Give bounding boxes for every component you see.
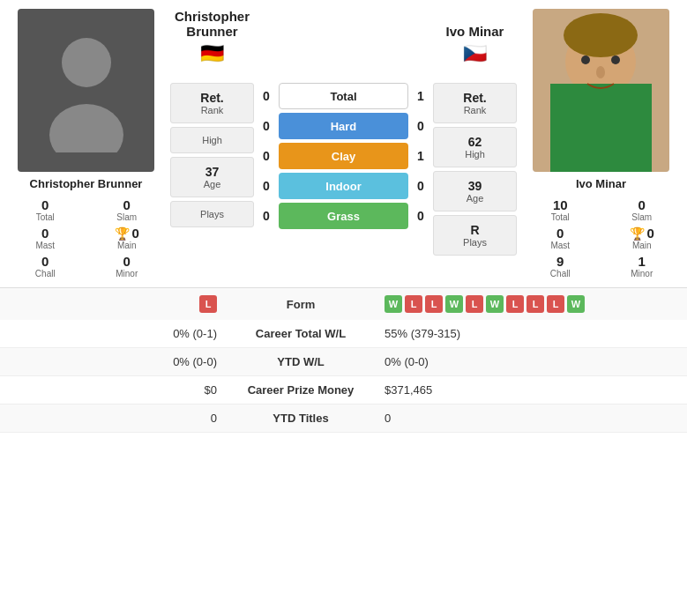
right-form-w1: W [385,295,402,313]
right-total-score: 1 [414,89,428,103]
right-hard-score: 0 [414,119,428,133]
career-wl-label: Career Total W/L [235,327,367,340]
left-mast-label: Mast [35,241,55,250]
ytd-titles-label: YTD Titles [235,412,367,425]
scores-surfaces: Ret. Rank High 37 Age Plays [170,83,517,259]
right-form-l6: L [547,295,564,313]
left-ytd-wl: 0% (0-0) [14,355,235,368]
grass-btn[interactable]: Grass [279,203,408,229]
right-form-w2: W [445,295,463,313]
left-main-stat: 🏆 0 Main [91,226,164,250]
left-prize-money: $0 [14,383,235,397]
right-plays-box: R Plays [433,215,517,256]
right-player-card: Ivo Minar 10 Total 0 Slam 0 Mast 🏆 [524,9,678,278]
main-container: Christopher Brunner 0 Total 0 Slam 0 Mas… [0,0,687,433]
svg-point-7 [611,56,620,64]
left-slam-value: 0 [123,197,131,212]
left-ret-rank-box: Ret. Rank [170,83,254,123]
left-chall-label: Chall [35,269,56,278]
grass-row: 0 Grass 0 [259,203,428,229]
right-mast-label: Mast [550,241,570,250]
left-clay-score: 0 [259,149,273,163]
right-total-value: 10 [553,197,568,212]
right-minor-value: 1 [638,254,646,269]
right-prize-money: $371,465 [367,383,673,397]
right-main-value: 0 [647,226,654,241]
form-left: L [14,295,235,313]
right-plays-value: R [437,223,512,237]
right-form-l5: L [526,295,544,313]
right-ytd-titles: 0 [367,412,673,425]
right-plays-label: Plays [437,237,512,248]
ytd-titles-row: 0 YTD Titles 0 [0,404,687,433]
right-total-label: Total [551,212,570,222]
left-chall-stat: 0 Chall [9,254,82,278]
svg-point-1 [49,104,123,152]
left-player-card: Christopher Brunner 0 Total 0 Slam 0 Mas… [9,9,163,278]
left-high-box: High [170,127,254,153]
left-age-value: 37 [175,165,250,179]
clay-btn[interactable]: Clay [279,143,408,169]
form-section: L Form W L L W L W L L L W [0,287,687,320]
svg-point-8 [596,66,605,78]
left-age-label: Age [175,179,250,189]
right-center-stats: Ret. Rank 62 High 39 Age R Plays [433,83,517,259]
left-plays-box: Plays [170,201,254,227]
svg-point-6 [581,56,590,64]
right-mast-value: 0 [556,226,564,241]
right-flag: 🇨🇿 [463,42,487,65]
left-player-stats: 0 Total 0 Slam 0 Mast 🏆 0 Main [9,197,163,278]
ytd-wl-label: YTD W/L [235,355,367,368]
surfaces-column: 0 Total 1 0 Hard 0 0 Clay 1 [259,83,428,229]
left-total-value: 0 [41,197,49,212]
right-career-wl: 55% (379-315) [367,327,673,340]
ytd-wl-row: 0% (0-0) YTD W/L 0% (0-0) [0,348,687,376]
right-grass-score: 0 [414,209,428,223]
right-high-label: High [437,149,512,160]
left-total-label: Total [36,212,55,222]
left-player-photo [18,9,154,172]
left-mast-stat: 0 Mast [9,226,82,250]
right-slam-stat: 0 Slam [606,197,679,222]
svg-rect-4 [550,84,652,172]
right-main-label: Main [632,241,652,250]
left-ret-label: Rank [175,105,250,115]
hard-btn[interactable]: Hard [279,113,408,139]
left-indoor-score: 0 [259,179,273,193]
left-main-label: Main [117,241,137,250]
left-minor-value: 0 [123,254,131,269]
right-high-box: 62 High [433,127,517,167]
left-player-name: Christopher Brunner [30,177,143,190]
right-clay-score: 1 [414,149,428,163]
left-plays-label: Plays [175,209,250,219]
left-slam-label: Slam [116,212,137,222]
left-ytd-titles: 0 [14,412,235,425]
indoor-row: 0 Indoor 0 [259,173,428,199]
total-row: 0 Total 1 [259,83,428,109]
clay-row: 0 Clay 1 [259,143,428,169]
total-btn[interactable]: Total [279,83,408,109]
right-center-name: Ivo Minar [446,24,504,39]
right-main-stat: 🏆 0 Main [606,226,679,250]
right-chall-value: 9 [556,254,564,269]
left-grass-score: 0 [259,209,273,223]
right-minor-stat: 1 Minor [606,254,679,278]
prize-money-label: Career Prize Money [235,383,367,397]
right-ret-label: Rank [437,105,512,115]
right-ret-value: Ret. [437,91,512,105]
indoor-btn[interactable]: Indoor [279,173,408,199]
right-form-l4: L [506,295,524,313]
top-section: Christopher Brunner 0 Total 0 Slam 0 Mas… [0,0,687,287]
right-form-l2: L [425,295,443,313]
left-chall-value: 0 [41,254,49,269]
right-player-name: Ivo Minar [576,177,626,190]
career-wl-row: 0% (0-1) Career Total W/L 55% (379-315) [0,320,687,348]
right-player-photo [533,9,669,172]
right-age-box: 39 Age [433,171,517,212]
right-chall-stat: 9 Chall [524,254,597,278]
right-ret-rank-box: Ret. Rank [433,83,517,123]
right-name-section: Ivo Minar 🇨🇿 [433,24,517,71]
left-mast-value: 0 [41,226,49,241]
left-slam-stat: 0 Slam [91,197,164,222]
right-slam-label: Slam [631,212,652,222]
